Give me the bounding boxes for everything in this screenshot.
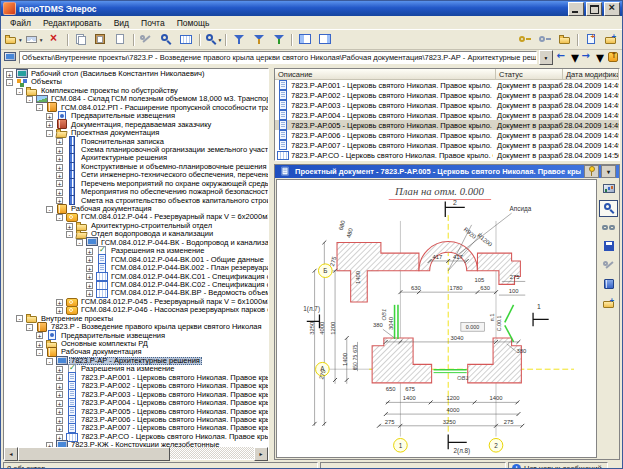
expand-toggle[interactable]: + (56, 408, 63, 415)
tree-item[interactable]: +ГСМ.084.012.Р-044-ВК.002 - План резерву… (4, 264, 268, 272)
expand-toggle[interactable]: + (86, 265, 93, 272)
tree-item[interactable]: -Объекты (4, 78, 268, 86)
expand-toggle[interactable]: + (56, 164, 63, 171)
expand-toggle[interactable]: - (26, 324, 33, 331)
expand-toggle[interactable]: + (56, 189, 63, 196)
tree-item[interactable]: +Архитектурные решения (4, 154, 268, 162)
tree-item[interactable]: +Сети инженерно-технического обеспечения… (4, 171, 268, 179)
tree-item[interactable]: +Схема планировочной организации земельн… (4, 146, 268, 154)
menu-item-Редактировать[interactable]: Редактировать (37, 18, 108, 28)
expand-toggle[interactable]: - (36, 349, 43, 356)
expand-toggle[interactable]: + (56, 366, 63, 373)
scroll-left-icon[interactable]: ◄ (4, 447, 18, 461)
tree-item[interactable]: -ГСМ.084.012.Р-044-ВК - Водопровод и кан… (4, 239, 268, 247)
tree-item[interactable]: +ГСМ.084.012.Р-044-ВК.С02 - Спецификация… (4, 281, 268, 289)
zoom-button[interactable] (599, 200, 618, 217)
close-button[interactable] (604, 2, 620, 16)
tree-item[interactable]: +Конструктивные и объемно-планировочные … (4, 163, 268, 171)
expand-toggle[interactable]: + (46, 121, 53, 128)
expand-toggle[interactable]: - (46, 130, 53, 137)
tree-item[interactable]: +Пояснительная записка (4, 138, 268, 146)
tree-item[interactable]: +Разрешения на изменение (4, 365, 268, 373)
key-alt-button[interactable] (535, 31, 554, 48)
expand-toggle[interactable]: + (56, 383, 63, 390)
go-up-button[interactable] (605, 51, 620, 64)
tree-item[interactable]: +7823.Р-АР.СО - Церковь святого Николая.… (4, 433, 268, 441)
filter-edit-button[interactable] (249, 31, 268, 48)
expand-toggle[interactable]: + (56, 307, 63, 314)
tree-item[interactable]: +Основные комплекты РД (4, 340, 268, 348)
tree-item[interactable]: +7823.Р-АР.001 - Церковь святого Николая… (4, 374, 268, 382)
key-button[interactable] (515, 31, 534, 48)
columns-button[interactable] (177, 31, 196, 48)
filter-button[interactable] (229, 31, 248, 48)
column-header-2[interactable]: Статус (496, 69, 563, 80)
menu-item-Вид[interactable]: Вид (108, 18, 135, 28)
table-row[interactable]: 7823.Р-АР.005 - Церковь святого Николая.… (275, 120, 619, 130)
tree-item[interactable]: +Документация, передаваемая заказчику (4, 121, 268, 129)
menu-item-Почта[interactable]: Почта (135, 18, 171, 28)
expand-toggle[interactable]: + (36, 332, 43, 339)
link-button[interactable] (599, 219, 618, 236)
column-header-3[interactable]: Дата модификации (563, 69, 619, 80)
layout-preview-button[interactable] (315, 31, 334, 48)
breadcrumb-dropdown[interactable]: ▾ (539, 50, 553, 65)
menu-item-Файл[interactable]: Файл (4, 18, 37, 28)
expand-toggle[interactable]: + (86, 282, 93, 289)
tree-item[interactable]: +7823.Р-АР.007 - Церковь святого Николая… (4, 424, 268, 432)
expand-toggle[interactable]: + (66, 223, 73, 230)
tree-item[interactable]: +ГСМ.084.012.Р-044-ВК.001 - Общие данные (4, 256, 268, 264)
add-to-folder-button[interactable] (599, 295, 618, 312)
paste-button[interactable] (91, 31, 110, 48)
table-row[interactable]: 7823.Р-АР.СО - Церковь святого Николая. … (275, 150, 619, 160)
tree-item[interactable]: +ГСМ.084.012.Р-044-ВК.ВР - Ведомость объ… (4, 289, 268, 297)
new-object-button[interactable]: ▾ (3, 31, 23, 48)
back-button[interactable] (555, 51, 570, 64)
column-header-1[interactable]: Описание (275, 69, 496, 80)
new-document-button[interactable] (581, 31, 600, 48)
table-row[interactable]: 7823.Р-АР.007 - Церковь святого Николая.… (275, 140, 619, 150)
tree-item[interactable]: +Рабочий стол (Васильев Константин Никол… (4, 70, 268, 78)
expand-toggle[interactable]: - (66, 231, 73, 238)
tree-item[interactable]: -7823.Р - Возведение правого крыла церкв… (4, 323, 268, 331)
open-folder-button[interactable] (555, 31, 574, 48)
tree-item[interactable]: +ГСМ.084.012.Р-044-ВК.С01 - Спецификация… (4, 273, 268, 281)
expand-toggle[interactable]: - (46, 206, 53, 213)
expand-toggle[interactable]: - (56, 214, 63, 221)
expand-toggle[interactable]: - (76, 239, 83, 246)
tree-item[interactable]: +7823.Р-АР.002 - Церковь святого Николая… (4, 382, 268, 390)
layout-tree-button[interactable] (295, 31, 314, 48)
expand-toggle[interactable]: + (56, 299, 63, 306)
resize-grip[interactable] (610, 462, 620, 469)
table-row[interactable]: 7823.Р-АР.001 - Церковь святого Николая.… (275, 80, 619, 90)
pin-icon[interactable] (584, 165, 599, 178)
maximize-button[interactable] (586, 2, 602, 16)
tree-item[interactable]: +Перечень мероприятий по охране окружающ… (4, 180, 268, 188)
table-row[interactable]: 7823.Р-АР.003 - Церковь святого Николая.… (275, 100, 619, 110)
report-button[interactable] (599, 181, 618, 198)
tools-button[interactable] (599, 257, 618, 274)
tree-item[interactable]: +Предварительные извещения (4, 112, 268, 120)
tree-item[interactable]: +7823.Р-АР.003 - Церковь святого Николая… (4, 391, 268, 399)
expand-toggle[interactable]: + (36, 341, 43, 348)
expand-toggle[interactable]: - (46, 358, 53, 365)
forward-history-button[interactable]: ▾ (596, 51, 604, 64)
save-button[interactable] (599, 238, 618, 255)
expand-toggle[interactable]: + (56, 425, 63, 432)
expand-toggle[interactable]: - (16, 315, 23, 322)
table-row[interactable]: 7823.Р-АР.006 - Церковь святого Николая.… (275, 130, 619, 140)
send-button[interactable]: ▾ (24, 31, 44, 48)
expand-toggle[interactable]: + (56, 391, 63, 398)
expand-toggle[interactable]: + (56, 172, 63, 179)
expand-toggle[interactable]: + (56, 180, 63, 187)
expand-toggle[interactable]: + (56, 155, 63, 162)
menu-item-Помощь[interactable]: Помощь (171, 18, 216, 28)
tree-item[interactable]: -Рабочая документация (4, 348, 268, 356)
forward-button[interactable] (580, 51, 595, 64)
expand-toggle[interactable]: + (86, 248, 93, 255)
tree-item[interactable]: -Проектная документация (4, 129, 268, 137)
tree-item[interactable]: -7823.Р-АР - Архитектурные решения (4, 357, 268, 365)
expand-toggle[interactable]: - (6, 79, 13, 86)
tree-item[interactable]: -ГСМ.084.012.Р-044 - Резервуарный парк V… (4, 213, 268, 221)
filter-refresh-button[interactable] (269, 31, 288, 48)
